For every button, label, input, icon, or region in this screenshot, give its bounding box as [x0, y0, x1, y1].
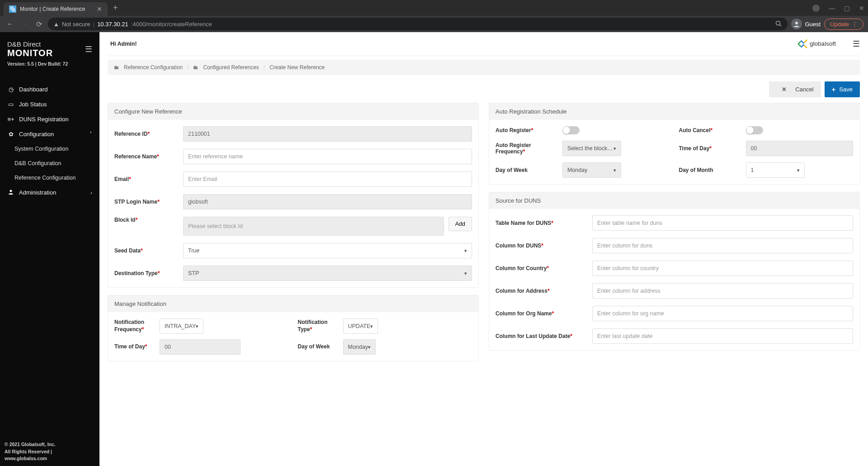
seed-data-select[interactable]: True ▾ [183, 243, 472, 258]
sidebar-item-dashboard[interactable]: ◷ Dashboard [0, 82, 99, 97]
address-bar[interactable]: ▲ Not secure | 10.37.30.21:4000/monitor/… [48, 18, 788, 30]
svg-point-1 [776, 21, 780, 25]
chevron-down-icon: ▾ [464, 248, 467, 254]
sidebar-item-administration[interactable]: Administration › [0, 185, 99, 200]
version-label: Version: 5.5 | Dev Build: 72 [7, 61, 92, 67]
list-plus-icon: ≡+ [7, 116, 14, 123]
reload-icon[interactable]: ⟳ [33, 20, 44, 29]
duns-country-input[interactable] [592, 261, 853, 276]
notif-tod-input [160, 339, 241, 355]
sidebar-item-dnb-configuration[interactable]: D&B Configuration [0, 156, 99, 171]
chevron-down-icon: ▾ [464, 271, 467, 276]
incognito-icon[interactable] [812, 5, 820, 12]
sidebar-nav: ◷ Dashboard ▭ Job Status ≡+ DUNS Registr… [0, 82, 99, 437]
configure-card: Configure New Reference Reference ID* Re… [108, 103, 479, 288]
sidebar-toggle-icon[interactable]: ☰ [85, 44, 92, 54]
search-in-page-icon[interactable] [775, 20, 782, 29]
save-button[interactable]: + Save [825, 81, 860, 97]
crumb-3: Create New Reference [269, 64, 325, 71]
browser-tab[interactable]: Monitor | Create Reference ✕ [4, 2, 108, 16]
dest-type-select[interactable]: STP ▾ [183, 266, 472, 281]
duns-col-label: Column for DUNS* [495, 243, 587, 249]
profile-chip[interactable]: Guest [791, 19, 821, 29]
minimize-icon[interactable]: — [829, 5, 835, 12]
notification-card: Manage Notification Notification Frequen… [108, 295, 479, 361]
new-tab-button[interactable]: + [113, 3, 118, 13]
reference-name-input[interactable] [183, 149, 472, 164]
svg-point-4 [10, 190, 12, 192]
seed-data-label: Seed Data* [114, 247, 178, 254]
cancel-button[interactable]: ✕ Cancel [769, 81, 821, 97]
duns-col-input[interactable] [592, 238, 853, 253]
email-input[interactable] [183, 171, 472, 187]
stp-login-label: STP Login Name* [114, 199, 178, 205]
auto-cancel-toggle[interactable] [746, 126, 763, 134]
window-controls: — ▢ ✕ [812, 5, 864, 12]
sidebar-item-reference-configuration[interactable]: Reference Configuration [0, 171, 99, 185]
main-content: Hi Admin! globalsoft ☰ 🖿 Reference Confi… [99, 32, 868, 466]
sched-dow-select[interactable]: Monday ▾ [562, 162, 621, 178]
chevron-down-icon: ˅ [90, 131, 92, 137]
email-label: Email* [114, 176, 178, 182]
duns-orgname-input[interactable] [592, 306, 853, 321]
stp-login-input [183, 194, 472, 209]
card-icon: ▭ [7, 101, 14, 108]
tab-favicon-icon [9, 5, 16, 13]
block-id-add-button[interactable]: Add [448, 217, 472, 231]
duns-lastupdate-input[interactable] [592, 328, 853, 344]
url-path: :4000/monitor/createReference [131, 21, 212, 28]
sched-tod-label: Time of Day* [679, 145, 742, 152]
chevron-down-icon: ▾ [613, 167, 616, 173]
tab-close-icon[interactable]: ✕ [97, 5, 102, 13]
chevron-right-icon: › [90, 190, 92, 195]
sidebar-item-duns-registration[interactable]: ≡+ DUNS Registration [0, 112, 99, 127]
browser-tab-strip: Monitor | Create Reference ✕ + — ▢ ✕ [0, 0, 868, 16]
greeting: Hi Admin! [108, 41, 137, 47]
gear-icon: ✿ [7, 131, 14, 138]
notif-dow-label: Day of Week [298, 343, 339, 351]
duns-table-input[interactable] [592, 215, 853, 231]
back-icon[interactable]: ← [5, 20, 15, 28]
svg-line-2 [780, 24, 782, 26]
sidebar: D&B Direct MONITOR ☰ Version: 5.5 | Dev … [0, 32, 99, 466]
topbar: Hi Admin! globalsoft ☰ [108, 32, 860, 56]
avatar-icon [791, 19, 802, 29]
svg-text:globalsoft: globalsoft [810, 40, 836, 47]
browser-toolbar: ← → ⟳ ▲ Not secure | 10.37.30.21:4000/mo… [0, 16, 868, 32]
security-label: Not secure [62, 21, 90, 28]
chevron-down-icon: ▾ [613, 146, 616, 152]
brand-block: D&B Direct MONITOR ☰ Version: 5.5 | Dev … [0, 32, 99, 71]
sched-dom-select[interactable]: 1 ▾ [746, 162, 805, 178]
forward-icon: → [19, 20, 30, 28]
reference-id-label: Reference ID* [114, 131, 178, 137]
notif-freq-select[interactable]: INTRA_DAY ▾ [160, 319, 203, 334]
sidebar-item-system-configuration[interactable]: System Configuration [0, 142, 99, 156]
globalsoft-logo: globalsoft ☰ [797, 38, 860, 49]
action-bar: ✕ Cancel + Save [108, 81, 860, 97]
block-id-label: Block Id* [114, 217, 178, 223]
maximize-icon[interactable]: ▢ [844, 5, 850, 12]
notif-dow-select[interactable]: Monday ▾ [343, 339, 376, 355]
header-menu-icon[interactable]: ☰ [853, 39, 860, 49]
notif-type-select[interactable]: UPDATE ▾ [343, 319, 378, 334]
auto-register-toggle[interactable] [562, 126, 580, 134]
close-window-icon[interactable]: ✕ [859, 5, 864, 12]
dest-type-label: Destination Type* [114, 270, 178, 276]
auto-reg-freq-select[interactable]: Select the block aut.. ▾ [562, 141, 621, 156]
update-button[interactable]: Update ⋮ [824, 19, 863, 30]
notif-type-label: Notification Type* [298, 319, 339, 333]
breadcrumb: 🖿 Reference Configuration / 🖿 Configured… [108, 60, 860, 75]
configure-title: Configure New Reference [108, 103, 478, 120]
source-duns-title: Source for DUNS [489, 192, 859, 209]
sidebar-item-job-status[interactable]: ▭ Job Status [0, 97, 99, 112]
crumb-1[interactable]: Reference Configuration [124, 64, 183, 71]
plus-icon: + [832, 86, 836, 93]
sidebar-item-configuration[interactable]: ✿ Configuration ˅ [0, 127, 99, 142]
crumb-2[interactable]: Configured References [203, 64, 259, 71]
notification-title: Manage Notification [108, 295, 478, 312]
block-id-input [183, 217, 444, 236]
duns-lastupdate-label: Column for Last Update Date* [495, 333, 587, 339]
duns-country-label: Column for Country* [495, 265, 587, 271]
duns-address-input[interactable] [592, 283, 853, 299]
brand-line1: D&B Direct [7, 40, 53, 48]
